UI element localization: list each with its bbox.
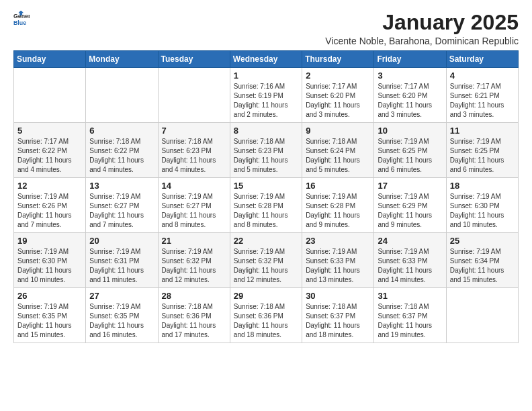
day-info: Sunrise: 7:17 AM Sunset: 6:20 PM Dayligh… — [378, 82, 442, 120]
day-cell: 17Sunrise: 7:19 AM Sunset: 6:29 PM Dayli… — [374, 178, 446, 233]
day-number: 15 — [234, 181, 298, 191]
day-number: 9 — [306, 126, 370, 136]
col-thursday: Thursday — [302, 51, 374, 68]
svg-text:Blue: Blue — [13, 19, 26, 26]
day-number: 2 — [306, 71, 370, 81]
day-info: Sunrise: 7:19 AM Sunset: 6:28 PM Dayligh… — [234, 192, 298, 230]
day-number: 25 — [450, 236, 515, 246]
week-row-4: 19Sunrise: 7:19 AM Sunset: 6:30 PM Dayli… — [14, 233, 519, 288]
week-row-1: 1Sunrise: 7:16 AM Sunset: 6:19 PM Daylig… — [14, 68, 519, 123]
day-cell: 29Sunrise: 7:18 AM Sunset: 6:36 PM Dayli… — [230, 288, 302, 343]
day-info: Sunrise: 7:19 AM Sunset: 6:27 PM Dayligh… — [89, 192, 154, 230]
day-number: 24 — [378, 236, 442, 246]
day-number: 6 — [89, 126, 154, 136]
day-cell: 19Sunrise: 7:19 AM Sunset: 6:30 PM Dayli… — [14, 233, 86, 288]
day-number: 3 — [378, 71, 442, 81]
day-info: Sunrise: 7:19 AM Sunset: 6:32 PM Dayligh… — [234, 247, 298, 285]
day-number: 10 — [378, 126, 442, 136]
day-cell: 23Sunrise: 7:19 AM Sunset: 6:33 PM Dayli… — [302, 233, 374, 288]
day-info: Sunrise: 7:17 AM Sunset: 6:21 PM Dayligh… — [450, 82, 515, 120]
day-cell: 20Sunrise: 7:19 AM Sunset: 6:31 PM Dayli… — [86, 233, 158, 288]
day-cell: 26Sunrise: 7:19 AM Sunset: 6:35 PM Dayli… — [14, 288, 86, 343]
day-info: Sunrise: 7:18 AM Sunset: 6:23 PM Dayligh… — [234, 137, 298, 175]
day-cell: 1Sunrise: 7:16 AM Sunset: 6:19 PM Daylig… — [230, 68, 302, 123]
title-block: January 2025 Vicente Noble, Barahona, Do… — [325, 11, 519, 46]
day-cell — [446, 288, 518, 343]
col-saturday: Saturday — [446, 51, 518, 68]
day-info: Sunrise: 7:18 AM Sunset: 6:36 PM Dayligh… — [234, 302, 298, 340]
day-info: Sunrise: 7:18 AM Sunset: 6:24 PM Dayligh… — [306, 137, 370, 175]
day-cell: 12Sunrise: 7:19 AM Sunset: 6:26 PM Dayli… — [14, 178, 86, 233]
day-info: Sunrise: 7:19 AM Sunset: 6:35 PM Dayligh… — [89, 302, 154, 340]
day-cell: 7Sunrise: 7:18 AM Sunset: 6:23 PM Daylig… — [158, 123, 230, 178]
day-number: 13 — [89, 181, 154, 191]
logo-icon: General Blue — [13, 11, 30, 27]
day-number: 19 — [17, 236, 82, 246]
day-number: 11 — [450, 126, 515, 136]
day-number: 28 — [162, 291, 226, 301]
day-cell: 25Sunrise: 7:19 AM Sunset: 6:34 PM Dayli… — [446, 233, 518, 288]
day-number: 14 — [162, 181, 226, 191]
logo: General Blue — [13, 11, 30, 27]
day-cell: 21Sunrise: 7:19 AM Sunset: 6:32 PM Dayli… — [158, 233, 230, 288]
calendar-table: Sunday Monday Tuesday Wednesday Thursday… — [13, 50, 519, 343]
day-number: 8 — [234, 126, 298, 136]
day-info: Sunrise: 7:19 AM Sunset: 6:27 PM Dayligh… — [162, 192, 226, 230]
day-number: 4 — [450, 71, 515, 81]
day-cell: 10Sunrise: 7:19 AM Sunset: 6:25 PM Dayli… — [374, 123, 446, 178]
day-number: 12 — [17, 181, 82, 191]
day-cell: 22Sunrise: 7:19 AM Sunset: 6:32 PM Dayli… — [230, 233, 302, 288]
day-cell: 6Sunrise: 7:18 AM Sunset: 6:22 PM Daylig… — [86, 123, 158, 178]
day-cell: 27Sunrise: 7:19 AM Sunset: 6:35 PM Dayli… — [86, 288, 158, 343]
day-number: 22 — [234, 236, 298, 246]
day-number: 30 — [306, 291, 370, 301]
day-number: 31 — [378, 291, 442, 301]
day-info: Sunrise: 7:18 AM Sunset: 6:36 PM Dayligh… — [162, 302, 226, 340]
day-cell: 28Sunrise: 7:18 AM Sunset: 6:36 PM Dayli… — [158, 288, 230, 343]
day-cell: 11Sunrise: 7:19 AM Sunset: 6:25 PM Dayli… — [446, 123, 518, 178]
day-info: Sunrise: 7:18 AM Sunset: 6:23 PM Dayligh… — [162, 137, 226, 175]
week-row-5: 26Sunrise: 7:19 AM Sunset: 6:35 PM Dayli… — [14, 288, 519, 343]
subtitle: Vicente Noble, Barahona, Dominican Repub… — [325, 36, 519, 46]
day-cell: 24Sunrise: 7:19 AM Sunset: 6:33 PM Dayli… — [374, 233, 446, 288]
week-row-3: 12Sunrise: 7:19 AM Sunset: 6:26 PM Dayli… — [14, 178, 519, 233]
day-number: 26 — [17, 291, 82, 301]
day-cell: 5Sunrise: 7:17 AM Sunset: 6:22 PM Daylig… — [14, 123, 86, 178]
day-info: Sunrise: 7:19 AM Sunset: 6:33 PM Dayligh… — [378, 247, 442, 285]
day-cell: 8Sunrise: 7:18 AM Sunset: 6:23 PM Daylig… — [230, 123, 302, 178]
day-cell — [14, 68, 86, 123]
day-info: Sunrise: 7:17 AM Sunset: 6:20 PM Dayligh… — [306, 82, 370, 120]
col-sunday: Sunday — [14, 51, 86, 68]
day-number: 23 — [306, 236, 370, 246]
week-row-2: 5Sunrise: 7:17 AM Sunset: 6:22 PM Daylig… — [14, 123, 519, 178]
day-info: Sunrise: 7:19 AM Sunset: 6:35 PM Dayligh… — [17, 302, 82, 340]
day-info: Sunrise: 7:19 AM Sunset: 6:29 PM Dayligh… — [378, 192, 442, 230]
col-monday: Monday — [86, 51, 158, 68]
day-cell: 31Sunrise: 7:18 AM Sunset: 6:37 PM Dayli… — [374, 288, 446, 343]
day-cell: 14Sunrise: 7:19 AM Sunset: 6:27 PM Dayli… — [158, 178, 230, 233]
day-cell — [86, 68, 158, 123]
day-info: Sunrise: 7:19 AM Sunset: 6:25 PM Dayligh… — [450, 137, 515, 175]
day-number: 20 — [89, 236, 154, 246]
day-number: 18 — [450, 181, 515, 191]
day-info: Sunrise: 7:19 AM Sunset: 6:26 PM Dayligh… — [17, 192, 82, 230]
day-cell: 16Sunrise: 7:19 AM Sunset: 6:28 PM Dayli… — [302, 178, 374, 233]
col-friday: Friday — [374, 51, 446, 68]
day-info: Sunrise: 7:18 AM Sunset: 6:37 PM Dayligh… — [378, 302, 442, 340]
day-cell: 13Sunrise: 7:19 AM Sunset: 6:27 PM Dayli… — [86, 178, 158, 233]
day-cell: 9Sunrise: 7:18 AM Sunset: 6:24 PM Daylig… — [302, 123, 374, 178]
day-info: Sunrise: 7:19 AM Sunset: 6:31 PM Dayligh… — [89, 247, 154, 285]
day-number: 16 — [306, 181, 370, 191]
day-info: Sunrise: 7:19 AM Sunset: 6:28 PM Dayligh… — [306, 192, 370, 230]
day-number: 17 — [378, 181, 442, 191]
day-info: Sunrise: 7:16 AM Sunset: 6:19 PM Dayligh… — [234, 82, 298, 120]
day-cell: 2Sunrise: 7:17 AM Sunset: 6:20 PM Daylig… — [302, 68, 374, 123]
day-info: Sunrise: 7:19 AM Sunset: 6:33 PM Dayligh… — [306, 247, 370, 285]
day-info: Sunrise: 7:19 AM Sunset: 6:34 PM Dayligh… — [450, 247, 515, 285]
main-title: January 2025 — [325, 11, 519, 34]
header-row: Sunday Monday Tuesday Wednesday Thursday… — [14, 51, 519, 68]
day-number: 29 — [234, 291, 298, 301]
col-wednesday: Wednesday — [230, 51, 302, 68]
day-cell: 4Sunrise: 7:17 AM Sunset: 6:21 PM Daylig… — [446, 68, 518, 123]
day-cell: 30Sunrise: 7:18 AM Sunset: 6:37 PM Dayli… — [302, 288, 374, 343]
